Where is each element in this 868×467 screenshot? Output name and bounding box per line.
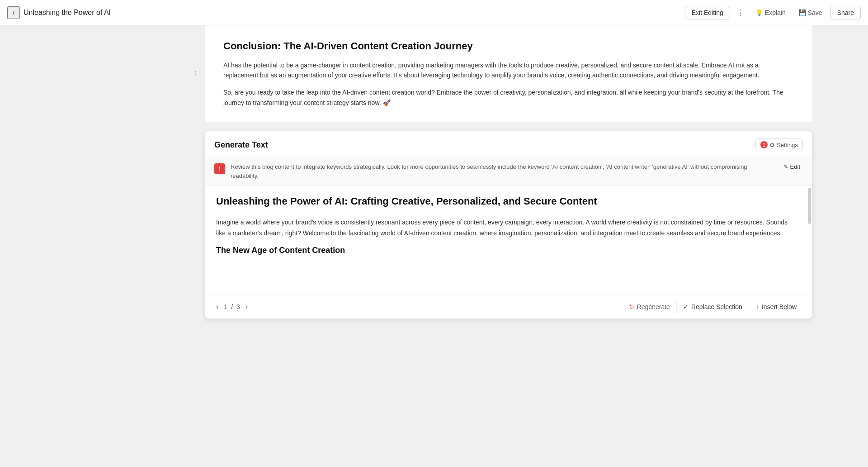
pagination: ‹ 1 / 3 ›	[214, 302, 250, 312]
generated-content-inner: Unleashing the Power of AI: Crafting Cre…	[216, 195, 801, 255]
edit-icon: ✎	[783, 163, 788, 170]
settings-badge: 1	[760, 141, 768, 148]
more-options-button[interactable]: ⋮	[734, 5, 747, 20]
left-sidebar	[0, 25, 194, 467]
edit-prompt-button[interactable]: ✎ Edit	[781, 162, 803, 171]
prompt-area: ! Review this blog content to integrate …	[205, 157, 812, 186]
drag-block-icon[interactable]: ⠿	[194, 70, 197, 77]
plus-icon: +	[755, 303, 759, 310]
share-button[interactable]: Share	[830, 6, 861, 19]
explain-button[interactable]: 💡 Explain	[751, 6, 790, 19]
conclusion-title: Conclusion: The AI-Driven Content Creati…	[223, 40, 794, 53]
regenerate-icon: ↻	[629, 303, 634, 310]
block-controls: + ⠿	[194, 70, 197, 77]
generate-text-panel: Generate Text 1 ⚙ Settings ! Review this…	[205, 131, 812, 319]
generated-body: Imagine a world where your brand's voice…	[216, 217, 792, 239]
main-area: + ⠿ Conclusion: The AI-Driven Content Cr…	[0, 25, 868, 467]
settings-button[interactable]: 1 ⚙ Settings	[755, 138, 803, 151]
back-button[interactable]: ‹	[7, 6, 20, 19]
pagination-total: 3	[236, 303, 240, 310]
save-button[interactable]: 💾 Save	[794, 6, 827, 19]
check-icon: ✓	[683, 303, 689, 310]
generate-panel-title: Generate Text	[214, 140, 268, 150]
generated-title: Unleashing the Power of AI: Crafting Cre…	[216, 195, 792, 208]
replace-selection-button[interactable]: ✓ Replace Selection	[677, 300, 749, 313]
footer-actions: ↻ Regenerate ✓ Replace Selection + Inser…	[257, 300, 803, 313]
prompt-text: Review this blog content to integrate ke…	[231, 162, 775, 180]
pagination-next-button[interactable]: ›	[244, 302, 250, 312]
insert-below-button[interactable]: + Insert Below	[749, 300, 803, 313]
exit-editing-button[interactable]: Exit Editing	[685, 6, 730, 19]
pagination-prev-button[interactable]: ‹	[214, 302, 220, 312]
pagination-current: 1	[224, 303, 227, 310]
regenerate-button[interactable]: ↻ Regenerate	[623, 300, 677, 313]
conclusion-body1: AI has the potential to be a game-change…	[223, 60, 794, 81]
generate-panel-header: Generate Text 1 ⚙ Settings	[205, 131, 812, 157]
generated-content-area: Unleashing the Power of AI: Crafting Cre…	[205, 186, 812, 295]
scrollbar-thumb	[808, 188, 811, 224]
panel-footer: ‹ 1 / 3 › ↻ Regenerate ✓ Replace Selecti…	[205, 295, 812, 319]
app-header: ‹ Unleashing the Power of AI Exit Editin…	[0, 0, 868, 25]
generated-subtitle: The New Age of Content Creation	[216, 246, 792, 255]
bulb-icon: 💡	[755, 9, 763, 16]
pagination-separator: /	[231, 303, 233, 310]
prompt-warning-icon: !	[214, 163, 225, 174]
conclusion-cta: So, are you ready to take the leap into …	[223, 87, 794, 108]
document-area: + ⠿ Conclusion: The AI-Driven Content Cr…	[194, 25, 823, 467]
save-icon: 💾	[798, 9, 806, 16]
conclusion-content: + ⠿ Conclusion: The AI-Driven Content Cr…	[205, 25, 812, 122]
document-title: Unleashing the Power of AI	[24, 9, 681, 17]
right-sidebar	[823, 25, 868, 467]
content-scrollbar[interactable]	[807, 186, 812, 295]
header-actions: Exit Editing ⋮ 💡 Explain 💾 Save Share	[685, 5, 861, 20]
conclusion-block: + ⠿ Conclusion: The AI-Driven Content Cr…	[205, 25, 812, 122]
gear-icon: ⚙	[769, 142, 775, 148]
